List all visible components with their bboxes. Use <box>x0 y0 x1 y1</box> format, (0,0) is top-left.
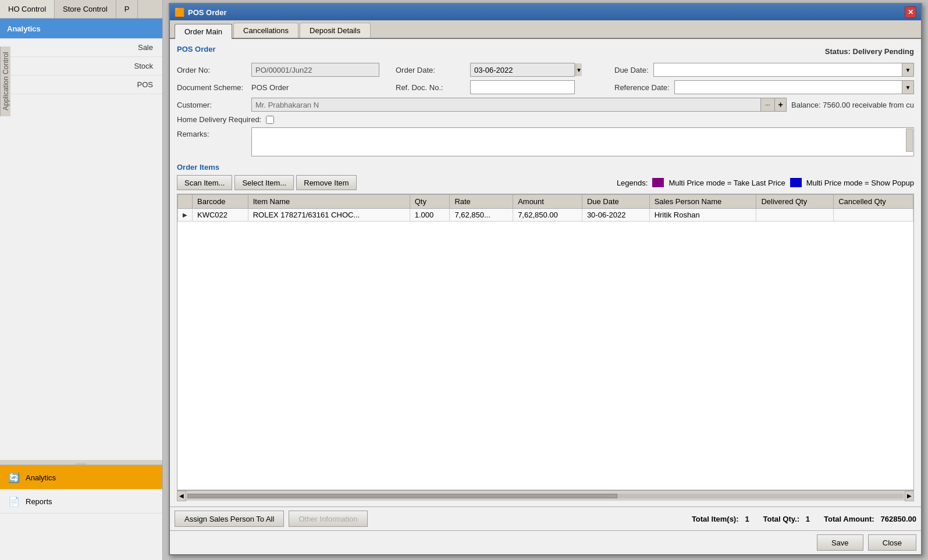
scroll-right-arrow[interactable]: ▶ <box>905 491 914 501</box>
due-date-dropdown-icon[interactable]: ▼ <box>902 63 913 76</box>
due-date-input[interactable] <box>654 64 902 76</box>
sidebar-item-stock[interactable]: Stock <box>0 57 162 76</box>
home-delivery-row: Home Delivery Required: <box>177 115 914 124</box>
cell-due-date: 30-06-2022 <box>582 209 649 222</box>
cell-barcode: KWC022 <box>193 209 248 222</box>
assign-sales-person-button[interactable]: Assign Sales Person To All <box>175 511 284 527</box>
dialog-icon: 🟧 <box>175 8 184 17</box>
sidebar-bottom-item-reports[interactable]: 📄 Reports <box>0 490 162 513</box>
total-qty-label: Total Qty.: <box>763 515 799 523</box>
scan-item-button[interactable]: Scan Item... <box>177 175 232 190</box>
sidebar-tab-ho-control[interactable]: HO Control <box>0 0 55 18</box>
doc-scheme-label: Document Scheme: <box>177 83 247 92</box>
cell-item-name: ROLEX 178271/63161 CHOC... <box>248 209 410 222</box>
legend-purple-box <box>652 178 664 187</box>
cell-sales-person: Hritik Roshan <box>649 209 756 222</box>
total-qty-value: 1 <box>806 515 810 523</box>
col-qty: Qty <box>410 195 450 209</box>
dialog-overlay: 🟧 POS Order ✕ Order Main Cancellations D… <box>163 0 928 560</box>
remarks-scrollbar[interactable] <box>906 129 913 152</box>
sidebar-item-pos[interactable]: POS <box>0 76 162 94</box>
status-value: Delivery Pending <box>853 47 914 56</box>
dialog-footer-bottom: Save Close <box>170 530 921 554</box>
status-label: Status: <box>825 47 851 56</box>
sidebar-bottom-label-reports: Reports <box>26 497 52 506</box>
scrollbar-thumb[interactable] <box>187 494 617 498</box>
toolbar-row: Scan Item... Select Item... Remove Item … <box>177 175 914 190</box>
order-items-table-container[interactable]: Barcode Item Name Qty Rate Amount Due Da… <box>177 194 914 490</box>
customer-input[interactable] <box>252 99 760 111</box>
col-barcode: Barcode <box>193 195 248 209</box>
order-no-label: Order No: <box>177 66 247 74</box>
scroll-left-arrow[interactable]: ◀ <box>177 491 186 501</box>
cell-delivered-qty <box>756 209 834 222</box>
sidebar-tab-p[interactable]: P <box>116 0 138 18</box>
col-delivered-qty: Delivered Qty <box>756 195 834 209</box>
col-arrow <box>178 195 193 209</box>
cell-cancelled-qty <box>834 209 913 222</box>
table-horizontal-scrollbar[interactable]: ◀ ▶ <box>177 490 914 501</box>
home-delivery-checkbox[interactable] <box>266 116 274 124</box>
other-information-button[interactable]: Other Information <box>289 511 367 527</box>
scrollbar-track <box>187 494 904 498</box>
sidebar: HO Control Store Control P Analytics Sal… <box>0 0 163 560</box>
ref-doc-input[interactable] <box>470 80 575 94</box>
order-date-input[interactable] <box>471 64 575 76</box>
tab-bar: Order Main Cancellations Deposit Details <box>170 20 921 39</box>
home-delivery-label: Home Delivery Required: <box>177 115 261 124</box>
footer-total-qty: Total Qty.: 1 <box>763 515 810 523</box>
total-amount-value: 762850.00 <box>881 515 916 523</box>
pos-order-section-header: POS Order <box>177 45 215 53</box>
col-due-date: Due Date <box>582 195 649 209</box>
tab-order-main[interactable]: Order Main <box>175 24 232 39</box>
dialog-title-text: POS Order <box>188 8 226 17</box>
tab-cancellations[interactable]: Cancellations <box>233 23 298 38</box>
close-button[interactable]: Close <box>868 534 916 551</box>
form-row-1: Order No: Order Date: ▼ Due Date: ▼ <box>177 63 914 77</box>
save-button[interactable]: Save <box>817 534 863 551</box>
customer-add-btn[interactable]: + <box>774 98 786 111</box>
select-item-button[interactable]: Select Item... <box>234 175 294 190</box>
dialog-title-left: 🟧 POS Order <box>175 8 226 17</box>
order-date-dropdown-icon[interactable]: ▼ <box>575 63 582 76</box>
sidebar-tab-store-control[interactable]: Store Control <box>55 0 116 18</box>
remarks-textarea[interactable] <box>251 127 914 156</box>
sidebar-bottom: 🔄 Analytics 📄 Reports <box>0 465 162 513</box>
sidebar-footer-space <box>0 513 162 560</box>
ref-doc-label: Ref. Doc. No.: <box>396 83 465 92</box>
ref-date-input[interactable] <box>675 81 902 94</box>
total-items-value: 1 <box>745 515 749 523</box>
row-arrow: ▶ <box>178 209 193 222</box>
cell-rate: 7,62,850... <box>450 209 513 222</box>
col-cancelled-qty: Cancelled Qty <box>834 195 913 209</box>
sidebar-resize-handle[interactable]: ,,,,,,, <box>0 460 162 465</box>
dialog-titlebar: 🟧 POS Order ✕ <box>170 4 921 20</box>
sidebar-bottom-item-analytics[interactable]: 🔄 Analytics <box>0 466 162 490</box>
col-sales-person: Sales Person Name <box>649 195 756 209</box>
reports-icon: 📄 <box>7 494 21 508</box>
ref-date-dropdown-icon[interactable]: ▼ <box>902 81 913 94</box>
footer-total-amount: Total Amount: 762850.00 <box>824 515 916 523</box>
remove-item-button[interactable]: Remove Item <box>296 175 356 190</box>
footer-total-items: Total Item(s): 1 <box>692 515 749 523</box>
due-date-label: Due Date: <box>614 66 649 74</box>
sidebar-header: Analytics <box>0 19 162 38</box>
doc-scheme-value: POS Order <box>251 83 391 92</box>
customer-dots-btn[interactable]: ··· <box>760 98 774 111</box>
table-row[interactable]: ▶ KWC022 ROLEX 178271/63161 CHOC... 1.00… <box>178 209 913 222</box>
order-no-input[interactable] <box>251 63 379 77</box>
sidebar-title: Analytics <box>7 24 41 33</box>
order-items-table: Barcode Item Name Qty Rate Amount Due Da… <box>177 194 913 222</box>
dialog-close-button[interactable]: ✕ <box>905 6 916 18</box>
dialog-content: POS Order Status: Delivery Pending Order… <box>170 39 921 507</box>
col-amount: Amount <box>513 195 582 209</box>
dialog-footer-top: Assign Sales Person To All Other Informa… <box>170 507 921 530</box>
tab-deposit-details[interactable]: Deposit Details <box>300 23 370 38</box>
footer-info: Total Item(s): 1 Total Qty.: 1 Total Amo… <box>692 515 916 523</box>
sidebar-item-sale[interactable]: Sale <box>0 38 162 57</box>
legend-blue-box <box>790 178 802 187</box>
legend-blue-label: Multi Price mode = Show Popup <box>806 179 914 187</box>
pos-order-dialog: 🟧 POS Order ✕ Order Main Cancellations D… <box>169 3 922 555</box>
legend-purple-label: Multi Price mode = Take Last Price <box>669 179 785 187</box>
cell-qty: 1.000 <box>410 209 450 222</box>
